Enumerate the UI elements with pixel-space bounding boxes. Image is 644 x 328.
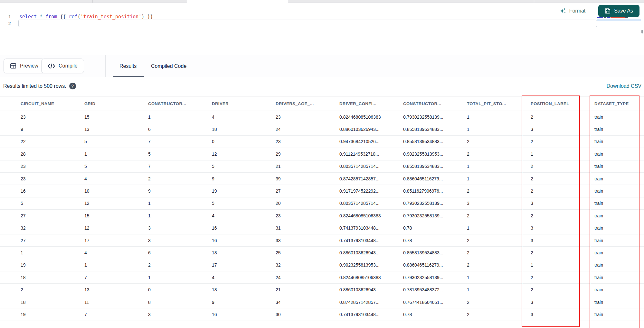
table-cell: 0.8742857142857... — [334, 300, 398, 305]
table-cell: 0.8860103626943... — [334, 287, 398, 292]
table-row: 181189340.8742857142857...0.767441860465… — [0, 296, 644, 308]
tab-compiled-code[interactable]: Compiled Code — [151, 55, 186, 77]
table-cell: 2 — [462, 213, 526, 218]
table-cell: 2 — [462, 250, 526, 255]
format-button[interactable]: Format — [558, 7, 588, 15]
table-cell: 1 — [462, 114, 526, 120]
code-editor-panel: Format Save As 1 2 select * from {{ ref(… — [0, 3, 644, 55]
table-cell: 19 — [207, 188, 270, 194]
table-cell: 0.78 — [398, 225, 462, 231]
table-cell: 2 — [15, 287, 79, 292]
preview-label: Preview — [20, 63, 38, 69]
table-cell: 10 — [79, 188, 143, 194]
table-cell: 2 — [526, 250, 589, 255]
table-cell: train — [589, 287, 644, 292]
table-cell: 0.8035714285714... — [334, 164, 398, 169]
table-cell: 15 — [79, 114, 143, 120]
table-cell: 0.8860103626943... — [334, 250, 398, 255]
table-cell: 0.78 — [398, 312, 462, 317]
table-cell: 2 — [462, 262, 526, 268]
save-as-button[interactable]: Save As — [598, 5, 639, 17]
tab-results[interactable]: Results — [119, 55, 137, 77]
table-cell: train — [589, 225, 644, 231]
table-cell: 0.7413793103448... — [334, 238, 398, 243]
table-cell: 4 — [207, 275, 270, 280]
table-cell: 0.8511627906976... — [398, 188, 462, 194]
table-cell: 16 — [15, 188, 79, 194]
column-header: DRIVER — [207, 101, 270, 106]
table-cell: 1 — [462, 225, 526, 231]
column-header: GRID — [79, 101, 143, 106]
table-cell: 1 — [79, 151, 143, 157]
table-cell: 1 — [462, 287, 526, 292]
column-header: DRIVERS_AGE_... — [270, 101, 334, 106]
table-cell: 2 — [462, 238, 526, 243]
active-file-tab[interactable] — [187, 0, 288, 3]
table-cell: 17 — [207, 262, 270, 268]
tab-separator — [534, 0, 534, 3]
table-cell: 16 — [207, 312, 270, 317]
table-cell: 0.9473684210526... — [334, 139, 398, 144]
table-cell: 25 — [270, 250, 334, 255]
table-cell: train — [589, 275, 644, 280]
table-cell: 0.8742857142857... — [334, 176, 398, 181]
table-cell: 0.8860465116279... — [398, 262, 462, 268]
table-cell: 21 — [270, 287, 334, 292]
table-cell: 18 — [207, 250, 270, 255]
table-cell: 4 — [207, 114, 270, 120]
table-cell: 17 — [79, 238, 143, 243]
sql-code-line[interactable]: select * from {{ ref('train_test_positio… — [19, 14, 153, 20]
table-cell: 12 — [79, 225, 143, 231]
table-cell: 2 — [526, 213, 589, 218]
table-cell: train — [589, 238, 644, 243]
table-cell: 0.7413793103448... — [334, 225, 398, 231]
table-cell: 0.7930232558139... — [398, 114, 462, 120]
table-cell: 16 — [207, 238, 270, 243]
table-cell: 23 — [270, 139, 334, 144]
table-cell: train — [589, 164, 644, 169]
compile-button[interactable]: Compile — [41, 59, 84, 73]
table-cell: 1 — [143, 114, 207, 120]
table-row: 191217320.9023255813953...0.886046511627… — [0, 259, 644, 271]
table-cell: train — [589, 127, 644, 132]
table-cell: 3 — [526, 238, 589, 243]
table-cell: 29 — [270, 151, 334, 157]
table-cell: train — [589, 176, 644, 181]
table-cell: train — [589, 139, 644, 144]
column-header: DRIVER_CONFI... — [334, 101, 398, 106]
table-body: 231514230.8244680851063830.7930232558139… — [0, 111, 644, 321]
preview-button[interactable]: Preview — [4, 59, 45, 73]
table-cell: 20 — [270, 201, 334, 206]
table-cell: 2 — [462, 312, 526, 317]
table-cell: 15 — [79, 213, 143, 218]
table-cell: 0.9023255813953... — [398, 151, 462, 157]
table-cell: 0 — [207, 139, 270, 144]
download-csv-link[interactable]: Download CSV — [607, 83, 642, 89]
help-icon[interactable]: ? — [69, 83, 76, 89]
table-cell: 24 — [270, 127, 334, 132]
table-header-row: CIRCUIT_NAMEGRIDCONSTRUCTOR...DRIVERDRIV… — [0, 96, 644, 111]
table-cell: 3 — [526, 201, 589, 206]
table-row: 281512290.9112149532710...0.902325581395… — [0, 148, 644, 160]
tab-separator — [92, 0, 93, 3]
table-row: 23575210.8035714285714...0.8558139534883… — [0, 160, 644, 173]
table-cell: 2 — [143, 176, 207, 181]
table-cell: 27 — [15, 213, 79, 218]
table-cell: 7 — [143, 139, 207, 144]
table-cell: train — [589, 312, 644, 317]
table-cell: 5 — [207, 201, 270, 206]
table-cell: 23 — [15, 114, 79, 120]
table-cell: 21 — [270, 164, 334, 169]
editor-tab-strip — [0, 0, 644, 3]
table-cell: 0.9023255813953... — [334, 262, 398, 268]
table-cell: 1 — [526, 151, 589, 157]
table-cell: 7 — [79, 275, 143, 280]
table-cell: 33 — [270, 238, 334, 243]
minimap[interactable] — [597, 17, 641, 21]
column-header: CONSTRUCTOR... — [398, 101, 462, 106]
sparkles-icon — [560, 8, 566, 14]
table-cell: 19 — [15, 312, 79, 317]
line-number-2: 2 — [4, 21, 11, 26]
scrollbar-handle[interactable] — [641, 30, 643, 33]
table-cell: 13 — [79, 287, 143, 292]
